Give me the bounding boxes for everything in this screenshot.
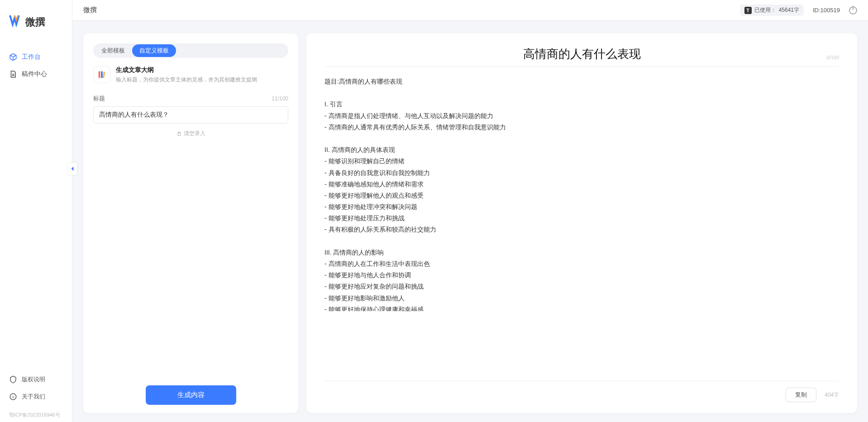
info-icon: [9, 393, 17, 401]
chevron-left-icon: [70, 166, 75, 171]
tab-all-templates[interactable]: 全部模板: [94, 44, 132, 57]
topbar: 微撰 T 已使用： 45641字 ID:100519: [72, 0, 868, 21]
books-icon: [97, 70, 107, 80]
nav-list: 工作台 稿件中心: [0, 48, 72, 371]
page-title: 微撰: [83, 6, 97, 14]
sidebar-item-label: 工作台: [22, 53, 41, 61]
usage-pill[interactable]: T 已使用： 45641字: [740, 5, 804, 16]
icp-footer: 鄂ICP备2022016946号: [0, 410, 72, 422]
output-title: 高情商的人有什么表现: [324, 46, 839, 62]
svg-rect-1: [99, 71, 100, 78]
svg-rect-2: [101, 71, 103, 78]
tab-custom-templates[interactable]: 自定义模板: [132, 44, 176, 57]
output-divider: [324, 66, 839, 67]
shield-icon: [9, 375, 17, 384]
document-icon: [9, 70, 17, 78]
template-title: 生成文章大纲: [116, 66, 257, 74]
title-label: 标题: [93, 95, 105, 103]
logo-icon: [9, 14, 23, 30]
sidebar-item-label: 关于我们: [22, 393, 45, 401]
sidebar-item-label: 稿件中心: [22, 70, 47, 78]
logo: 微撰: [0, 0, 72, 48]
sidebar-item-about[interactable]: 关于我们: [0, 388, 72, 405]
word-count: 404字: [825, 391, 839, 399]
logo-text: 微撰: [25, 15, 45, 29]
output-body[interactable]: 题目:高情商的人有哪些表现 I. 引言 - 高情商是指人们处理情绪、与他人互动以…: [324, 76, 839, 311]
template-desc: 输入标题，为你提供文章主体的灵感，并为其创建推文提纲: [116, 76, 257, 84]
output-title-counter: 0/100: [826, 55, 839, 60]
svg-rect-3: [103, 71, 105, 78]
sidebar-item-label: 版权说明: [22, 375, 45, 384]
template-info: 生成文章大纲 输入标题，为你提供文章主体的灵感，并为其创建推文提纲: [116, 66, 257, 84]
main: 微撰 T 已使用： 45641字 ID:100519 全部模板 自定义模板: [72, 0, 868, 422]
output-panel: 高情商的人有什么表现 0/100 题目:高情商的人有哪些表现 I. 引言 - 高…: [306, 33, 857, 413]
title-field-header: 标题 11/100: [93, 95, 288, 103]
sidebar-item-workbench[interactable]: 工作台: [0, 48, 72, 66]
title-input[interactable]: [93, 106, 288, 123]
usage-value: 45641字: [779, 6, 799, 14]
sidebar-bottom: 版权说明 关于我们: [0, 371, 72, 410]
sidebar: 微撰 工作台 稿件中心 版权说明 关于我们 鄂ICP备2022016946号: [0, 0, 72, 422]
sidebar-item-drafts[interactable]: 稿件中心: [0, 66, 72, 83]
sidebar-collapse-button[interactable]: [68, 163, 77, 175]
workspace: 全部模板 自定义模板 生成文章大纲 输入标题，为你提供文章主体的灵感，并为其创建…: [72, 21, 868, 422]
generate-button[interactable]: 生成内容: [146, 385, 236, 405]
output-title-row: 高情商的人有什么表现 0/100: [324, 46, 839, 62]
trash-icon: [176, 131, 182, 137]
cube-icon: [9, 53, 17, 61]
output-footer: 复制 404字: [324, 381, 839, 402]
user-id: ID:100519: [813, 7, 840, 14]
title-counter: 11/100: [272, 95, 288, 102]
template-card: 生成文章大纲 输入标题，为你提供文章主体的灵感，并为其创建推文提纲: [93, 66, 288, 84]
input-panel-footer: 生成内容: [93, 376, 288, 405]
template-icon: [93, 66, 110, 83]
sidebar-item-copyright[interactable]: 版权说明: [0, 371, 72, 388]
t-badge-icon: T: [744, 7, 752, 14]
power-icon[interactable]: [849, 6, 857, 14]
clear-label: 清空录入: [184, 130, 205, 138]
clear-input-button[interactable]: 清空录入: [93, 130, 288, 138]
topbar-right: T 已使用： 45641字 ID:100519: [740, 5, 857, 16]
usage-prefix: 已使用：: [754, 6, 776, 14]
input-panel: 全部模板 自定义模板 生成文章大纲 输入标题，为你提供文章主体的灵感，并为其创建…: [83, 33, 298, 413]
template-tabs: 全部模板 自定义模板: [93, 43, 288, 58]
copy-button[interactable]: 复制: [786, 388, 816, 402]
